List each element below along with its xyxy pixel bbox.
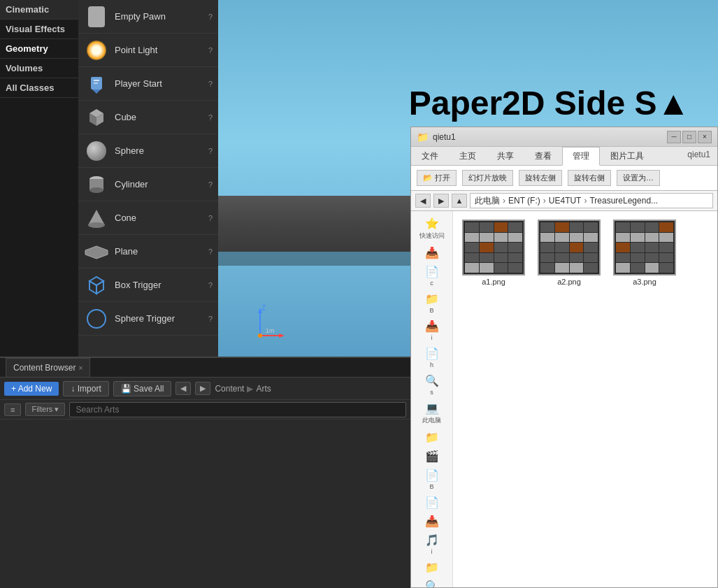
sidebar-item-visual-effects[interactable]: Visual Effects (0, 20, 78, 39)
window-title: qietu1 (433, 132, 663, 142)
list-item[interactable]: Box Trigger ? (78, 268, 218, 302)
list-item[interactable]: Cone ? (78, 201, 218, 235)
folder3-icon: 📁 (425, 431, 439, 444)
place-item-info-icon[interactable]: ? (208, 113, 213, 122)
place-item-info-icon[interactable]: ? (208, 13, 213, 21)
window-controls: ─ □ × (667, 131, 712, 143)
place-item-label: Point Light (115, 45, 208, 55)
breadcrumb-arts[interactable]: Arts (256, 384, 271, 394)
doc5-icon: 📄 (425, 496, 439, 509)
thumbnail-item[interactable]: a2.png (534, 217, 604, 289)
place-item-info-icon[interactable]: ? (208, 180, 213, 189)
ribbon-btn-5[interactable]: 设置为… (617, 170, 660, 186)
sidebar-item[interactable]: 📥 (411, 243, 452, 262)
tab-close-button[interactable]: × (78, 364, 82, 372)
sidebar-item[interactable]: 📄 c (411, 262, 452, 289)
sidebar-item-cinematic[interactable]: Cinematic (0, 0, 78, 20)
sidebar-item[interactable]: 🔍 c (411, 577, 452, 587)
minimize-button[interactable]: ─ (667, 131, 681, 143)
sidebar-item[interactable]: 📁 (411, 428, 452, 447)
close-button[interactable]: × (698, 131, 712, 143)
filter-button[interactable]: Filters ▾ (25, 403, 65, 416)
sidebar-item[interactable]: 🔍 s (411, 371, 452, 399)
place-item-label: Player Start (115, 78, 208, 89)
list-item[interactable]: Plane ? (78, 235, 218, 268)
place-item-info-icon[interactable]: ? (208, 214, 213, 222)
cone-icon (84, 206, 109, 231)
list-item[interactable]: Cylinder ? (78, 168, 218, 201)
tab-file[interactable]: 文件 (411, 147, 449, 165)
tab-content-browser[interactable]: Content Browser × (6, 358, 90, 377)
sidebar-item-all-classes[interactable]: All Classes (0, 78, 78, 98)
tab-share[interactable]: 共享 (487, 147, 524, 165)
sidebar-item[interactable]: 📄 B (411, 466, 452, 493)
tab-image-tools[interactable]: 图片工具 (600, 147, 654, 165)
place-item-label: Cylinder (115, 179, 208, 189)
search-input[interactable] (69, 402, 406, 417)
ribbon-btn-4[interactable]: 旋转右侧 (568, 170, 611, 186)
place-item-info-icon[interactable]: ? (208, 46, 213, 55)
download-icon: 📥 (425, 246, 439, 259)
sidebar-item-geometry[interactable]: Geometry (0, 39, 78, 59)
view-toggle-button[interactable]: ≡ (4, 403, 21, 416)
plane-icon (84, 239, 109, 264)
left-sidebar: Cinematic Visual Effects Geometry Volume… (0, 0, 78, 357)
list-item[interactable]: Cube ? (78, 101, 218, 134)
thumbnail-image (538, 220, 601, 275)
sidebar-item[interactable]: 📥 (411, 512, 452, 531)
list-item[interactable]: Player Start ? (78, 67, 218, 101)
sidebar-item[interactable]: 📁 (411, 558, 452, 577)
address-box[interactable]: 此电脑 › ENT (F:) › UE4TUT › TreasureLegend… (470, 193, 713, 208)
place-item-info-icon[interactable]: ? (208, 315, 213, 323)
svg-point-22 (258, 334, 262, 338)
place-item-info-icon[interactable]: ? (208, 147, 213, 155)
svg-point-9 (89, 187, 103, 193)
ribbon-tabs: 文件 主页 共享 查看 管理 图片工具 qietu1 (411, 147, 717, 165)
tab-home[interactable]: 主页 (449, 147, 487, 165)
sidebar-item[interactable]: 📥 i (411, 317, 452, 344)
sidebar-item[interactable]: 🎬 (411, 447, 452, 466)
svg-marker-14 (89, 281, 96, 294)
place-item-label: Empty Pawn (115, 11, 208, 22)
import-button[interactable]: ↓ Import (63, 381, 108, 396)
list-item[interactable]: Sphere Trigger ? (78, 302, 218, 336)
place-item-info-icon[interactable]: ? (208, 80, 213, 88)
forward-button[interactable]: ▶ (433, 194, 449, 208)
place-item-label: Box Trigger (115, 280, 208, 290)
svg-marker-15 (96, 281, 103, 294)
thumbnail-item[interactable]: a1.png (459, 217, 529, 289)
sidebar-item[interactable]: 🎵 i (411, 531, 452, 558)
save-all-button[interactable]: 💾 Save All (113, 381, 172, 396)
nav-back-button[interactable]: ◀ (175, 382, 191, 395)
empty-pawn-icon (84, 4, 109, 29)
maximize-button[interactable]: □ (682, 131, 696, 143)
nav-forward-button[interactable]: ▶ (195, 382, 210, 395)
tab-view[interactable]: 查看 (524, 147, 562, 165)
back-button[interactable]: ◀ (415, 194, 431, 208)
sidebar-this-pc[interactable]: 💻 此电脑 (411, 399, 452, 428)
sidebar-label: 快速访问 (419, 231, 445, 241)
thumbnail-item[interactable]: a3.png (610, 217, 680, 289)
windows-explorer-ribbon: 文件 主页 共享 查看 管理 图片工具 qietu1 📂 打开 幻灯片放映 旋转… (411, 147, 717, 191)
place-item-info-icon[interactable]: ? (208, 281, 213, 289)
ribbon-btn-2[interactable]: 幻灯片放映 (462, 170, 513, 186)
quick-access-icon: ⭐ (425, 217, 439, 230)
tab-manage[interactable]: 管理 (562, 147, 600, 166)
list-item[interactable]: Empty Pawn ? (78, 0, 218, 34)
sidebar-item[interactable]: 📁 B (411, 289, 452, 317)
up-button[interactable]: ▲ (452, 194, 467, 208)
breadcrumb-content[interactable]: Content (215, 384, 244, 394)
list-item[interactable]: Sphere ? (78, 134, 218, 168)
list-item[interactable]: Point Light ? (78, 34, 218, 67)
sidebar-quick-access[interactable]: ⭐ 快速访问 (411, 214, 452, 243)
sidebar-item[interactable]: 📄 h (411, 344, 452, 371)
windows-explorer-content[interactable]: a1.png (453, 211, 717, 587)
ribbon-btn-1[interactable]: 📂 打开 (417, 170, 457, 186)
place-item-label: Cube (115, 112, 208, 122)
sidebar-item-volumes[interactable]: Volumes (0, 59, 78, 78)
ribbon-btn-3[interactable]: 旋转左侧 (519, 170, 562, 186)
place-item-info-icon[interactable]: ? (208, 248, 213, 256)
content-browser-content[interactable] (0, 420, 410, 588)
add-new-button[interactable]: + Add New (4, 382, 59, 396)
sidebar-item[interactable]: 📄 (411, 493, 452, 512)
